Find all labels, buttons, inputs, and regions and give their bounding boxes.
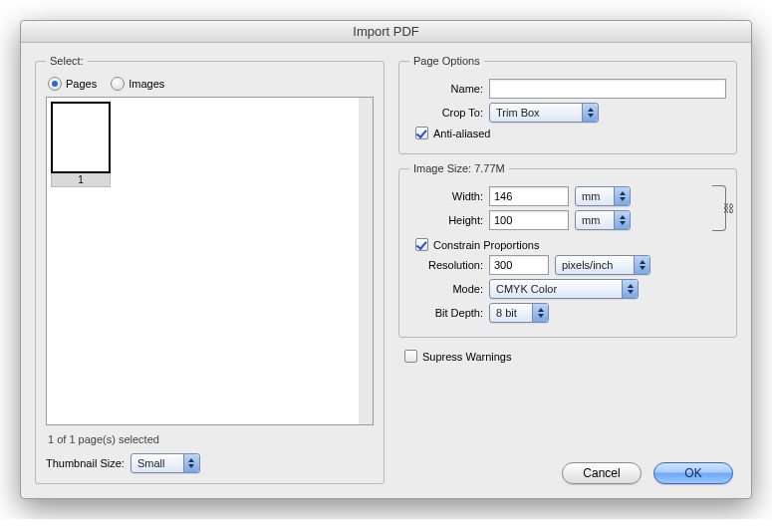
scrollbar[interactable] bbox=[359, 97, 374, 425]
image-size-legend: Image Size: 7.77M bbox=[409, 162, 509, 174]
thumb-size-select[interactable]: Small bbox=[130, 453, 200, 473]
updown-arrows-icon bbox=[614, 211, 630, 229]
height-unit-select[interactable]: mm bbox=[575, 210, 631, 230]
resolution-unit-value: pixels/inch bbox=[562, 259, 613, 271]
ok-button[interactable]: OK bbox=[653, 462, 733, 484]
suppress-warnings-label: Supress Warnings bbox=[422, 351, 511, 363]
updown-arrows-icon bbox=[634, 256, 649, 274]
constrain-checkbox[interactable]: Constrain Proportions bbox=[415, 238, 539, 251]
height-label: Height: bbox=[409, 214, 489, 226]
resolution-unit-select[interactable]: pixels/inch bbox=[555, 255, 650, 275]
select-group: Select: Pages Images 1 bbox=[35, 55, 385, 484]
suppress-warnings-checkbox[interactable]: Supress Warnings bbox=[404, 350, 511, 363]
width-input[interactable] bbox=[489, 186, 569, 206]
crop-label: Crop To: bbox=[409, 107, 489, 119]
thumbnail-caption: 1 bbox=[51, 173, 111, 187]
mode-select[interactable]: CMYK Color bbox=[489, 279, 639, 299]
thumb-size-value: Small bbox=[137, 457, 165, 469]
radio-images-label: Images bbox=[129, 78, 164, 90]
checkbox-icon bbox=[404, 350, 417, 363]
cancel-button-label: Cancel bbox=[583, 466, 620, 480]
window-title: Import PDF bbox=[21, 21, 751, 43]
checkbox-icon bbox=[415, 238, 428, 251]
resolution-label: Resolution: bbox=[409, 259, 489, 271]
updown-arrows-icon bbox=[622, 280, 638, 298]
thumbnail-preview bbox=[51, 102, 111, 173]
cancel-button[interactable]: Cancel bbox=[562, 462, 642, 484]
updown-arrows-icon bbox=[614, 187, 630, 205]
name-input[interactable] bbox=[489, 79, 726, 99]
height-unit-value: mm bbox=[582, 214, 600, 226]
ok-button-label: OK bbox=[684, 466, 701, 480]
width-unit-value: mm bbox=[582, 190, 600, 202]
thumbnail-item[interactable]: 1 bbox=[51, 102, 111, 187]
updown-arrows-icon bbox=[532, 304, 548, 322]
select-legend: Select: bbox=[46, 55, 88, 67]
radio-pages-label: Pages bbox=[66, 78, 97, 90]
dialog-import-pdf: Import PDF Select: Pages Images bbox=[20, 20, 752, 499]
link-bracket-icon: ⛓ bbox=[712, 185, 726, 231]
chain-link-icon[interactable]: ⛓ bbox=[723, 202, 734, 214]
width-unit-select[interactable]: mm bbox=[575, 186, 631, 206]
antialiased-label: Anti-aliased bbox=[433, 128, 490, 139]
radio-images[interactable]: Images bbox=[111, 77, 164, 91]
constrain-label: Constrain Proportions bbox=[433, 239, 539, 251]
crop-select[interactable]: Trim Box bbox=[489, 103, 599, 123]
antialiased-checkbox[interactable]: Anti-aliased bbox=[415, 127, 490, 139]
bitdepth-label: Bit Depth: bbox=[409, 307, 489, 319]
mode-label: Mode: bbox=[409, 283, 489, 295]
width-label: Width: bbox=[409, 190, 489, 202]
page-options-group: Page Options Name: Crop To: Trim Box Ant… bbox=[398, 55, 737, 154]
resolution-input[interactable] bbox=[489, 255, 549, 275]
checkbox-icon bbox=[415, 127, 428, 139]
selection-status: 1 of 1 page(s) selected bbox=[48, 433, 372, 445]
height-input[interactable] bbox=[489, 210, 569, 230]
radio-dot-icon bbox=[111, 77, 125, 91]
bitdepth-select[interactable]: 8 bit bbox=[489, 303, 549, 323]
image-size-group: Image Size: 7.77M Width: mm bbox=[398, 162, 737, 338]
updown-arrows-icon bbox=[582, 104, 598, 122]
bitdepth-value: 8 bit bbox=[496, 307, 517, 319]
page-options-legend: Page Options bbox=[409, 55, 484, 67]
mode-value: CMYK Color bbox=[496, 283, 557, 295]
thumb-size-label: Thumbnail Size: bbox=[46, 457, 125, 469]
radio-dot-icon bbox=[48, 77, 62, 91]
updown-arrows-icon bbox=[183, 454, 199, 472]
radio-pages[interactable]: Pages bbox=[48, 77, 97, 91]
thumbnail-list[interactable]: 1 bbox=[46, 97, 359, 425]
crop-value: Trim Box bbox=[496, 107, 540, 119]
name-label: Name: bbox=[409, 83, 489, 95]
